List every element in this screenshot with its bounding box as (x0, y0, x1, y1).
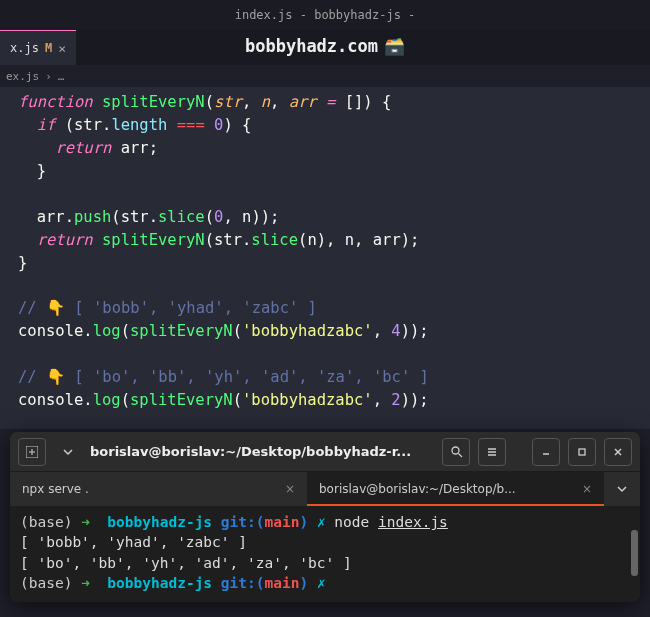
number: 0 (214, 116, 223, 134)
param: arr (289, 93, 317, 111)
identifier: arr (37, 208, 65, 226)
string: 'bobbyhadzabc' (242, 322, 373, 340)
function-name: splitEveryN (102, 93, 205, 111)
param: n (261, 93, 270, 111)
terminal-header: borislav@borislav:~/Desktop/bobbyhadz-r.… (10, 432, 640, 472)
menu-icon[interactable] (478, 438, 506, 466)
terminal-tab-label: npx serve . (22, 482, 89, 496)
editor-tab-bar: x.js M × bobbyhadz.com 🗃️ (0, 30, 650, 65)
prompt-env: (base) (20, 575, 72, 591)
svg-line-4 (458, 454, 462, 458)
method: log (93, 391, 121, 409)
terminal-body[interactable]: (base) ➜ bobbyhadz-js git:(main) ✗ node … (10, 506, 640, 602)
terminal-tab[interactable]: borislav@borislav:~/Desktop/b... × (307, 472, 604, 506)
prompt-env: (base) (20, 514, 72, 530)
terminal-tab[interactable]: npx serve . × (10, 472, 307, 506)
identifier: str (74, 116, 102, 134)
terminal-tab-bar: npx serve . × borislav@borislav:~/Deskto… (10, 472, 640, 506)
prompt-arrow: ➜ (81, 575, 90, 591)
close-icon[interactable]: × (582, 482, 592, 496)
prompt-symbol: ✗ (317, 514, 326, 530)
comment: // 👇️ [ 'bobb', 'yhad', 'zabc' ] (18, 299, 317, 317)
keyword: function (18, 93, 93, 111)
terminal-title: borislav@borislav:~/Desktop/bobbyhadz-r.… (90, 444, 434, 459)
identifier: str (214, 231, 242, 249)
prompt-branch: main (264, 575, 299, 591)
function-call: splitEveryN (130, 391, 233, 409)
svg-rect-9 (579, 449, 585, 455)
minimize-button[interactable] (532, 438, 560, 466)
function-call: splitEveryN (102, 231, 205, 249)
terminal-output: [ 'bo', 'bb', 'yh', 'ad', 'za', 'bc' ] (20, 553, 630, 573)
window-title-bar: index.js - bobbyhadz-js - (0, 0, 650, 30)
breadcrumb-file: ex.js (6, 70, 39, 83)
box-icon: 🗃️ (384, 36, 405, 56)
identifier: str (121, 208, 149, 226)
function-call: splitEveryN (130, 322, 233, 340)
tab-modified-indicator: M (45, 41, 52, 55)
keyword: return (55, 139, 111, 157)
identifier: console (18, 391, 83, 409)
terminal-tab-label: borislav@borislav:~/Desktop/b... (319, 482, 516, 496)
code-editor[interactable]: function splitEveryN(str, n, arr = []) {… (0, 87, 650, 429)
chevron-down-icon[interactable] (54, 438, 82, 466)
breadcrumb-more: … (58, 70, 65, 83)
editor-tab[interactable]: x.js M × (0, 30, 76, 65)
identifier: arr (121, 139, 149, 157)
param: str (214, 93, 242, 111)
default-value: [] (345, 93, 364, 111)
method: log (93, 322, 121, 340)
method: slice (158, 208, 205, 226)
identifier: n (307, 231, 316, 249)
string: 'bobbyhadzabc' (242, 391, 373, 409)
comment: // 👇️ [ 'bo', 'bb', 'yh', 'ad', 'za', 'b… (18, 368, 429, 386)
new-tab-button[interactable] (18, 438, 46, 466)
prompt-dir: bobbyhadz-js (107, 514, 212, 530)
command: node (334, 514, 369, 530)
number: 0 (214, 208, 223, 226)
close-button[interactable] (604, 438, 632, 466)
terminal-window: borislav@borislav:~/Desktop/bobbyhadz-r.… (10, 432, 640, 602)
close-icon[interactable]: × (285, 482, 295, 496)
identifier: n (345, 231, 354, 249)
prompt-git: git: (221, 514, 256, 530)
prompt-dir: bobbyhadz-js (107, 575, 212, 591)
keyword: if (37, 116, 56, 134)
search-icon[interactable] (442, 438, 470, 466)
method: push (74, 208, 111, 226)
number: 4 (391, 322, 400, 340)
identifier: n (242, 208, 251, 226)
close-icon[interactable]: × (58, 41, 66, 56)
method: slice (251, 231, 298, 249)
keyword: return (37, 231, 93, 249)
watermark-text: bobbyhadz.com (245, 36, 378, 56)
identifier: arr (373, 231, 401, 249)
chevron-right-icon: › (45, 70, 52, 83)
tab-label: x.js (10, 41, 39, 55)
prompt-arrow: ➜ (81, 514, 90, 530)
terminal-output: [ 'bobb', 'yhad', 'zabc' ] (20, 532, 630, 552)
command-arg: index.js (378, 514, 448, 530)
watermark: bobbyhadz.com 🗃️ (245, 36, 405, 56)
property: length (111, 116, 167, 134)
prompt-git: git: (221, 575, 256, 591)
window-title: index.js - bobbyhadz-js - (235, 8, 416, 22)
prompt-branch: main (264, 514, 299, 530)
breadcrumb[interactable]: ex.js › … (0, 65, 650, 87)
identifier: console (18, 322, 83, 340)
maximize-button[interactable] (568, 438, 596, 466)
prompt-symbol: ✗ (317, 575, 326, 591)
chevron-down-icon[interactable] (604, 472, 640, 506)
number: 2 (391, 391, 400, 409)
scrollbar[interactable] (631, 530, 638, 576)
svg-point-3 (452, 447, 459, 454)
